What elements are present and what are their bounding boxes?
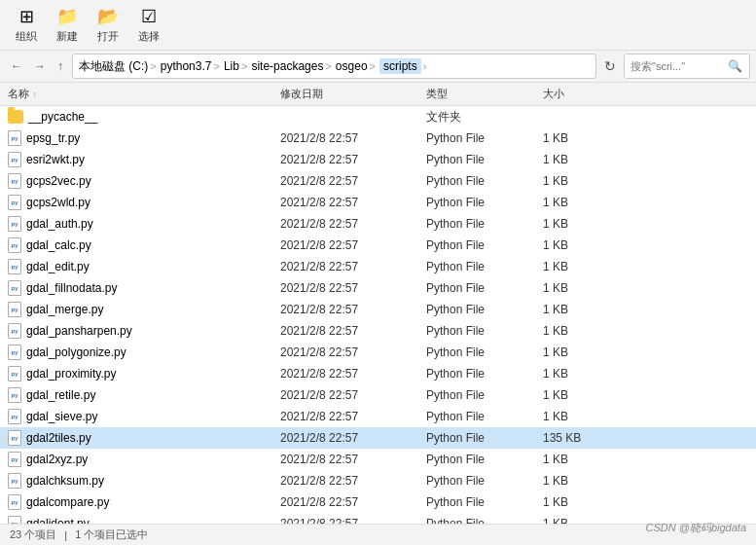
python-file-icon: py	[8, 195, 21, 210]
file-name-text: gcps2wld.py	[26, 196, 90, 209]
file-size-cell: 1 KB	[543, 281, 621, 295]
toolbar-group-组织[interactable]: ⊞组织	[8, 4, 45, 46]
file-list: __pycache__ 文件夹 py epsg_tr.py 2021/2/8 2…	[0, 106, 756, 524]
file-row[interactable]: py gdal_proximity.py 2021/2/8 22:57 Pyth…	[0, 363, 756, 384]
file-date-cell: 2021/2/8 22:57	[280, 303, 426, 316]
python-file-icon: py	[8, 452, 21, 467]
file-size-cell: 1 KB	[543, 153, 621, 166]
file-type-cell: Python File	[426, 495, 543, 509]
toolbar-icon: ⊞	[19, 6, 34, 27]
file-name-text: gdal_pansharpen.py	[26, 324, 132, 338]
file-name-text: gdal_polygonize.py	[26, 345, 126, 359]
file-date-cell: 2021/2/8 22:57	[280, 431, 426, 445]
col-header-date[interactable]: 修改日期	[280, 87, 426, 101]
file-row[interactable]: py gdal_polygonize.py 2021/2/8 22:57 Pyt…	[0, 342, 756, 363]
col-header-name[interactable]: 名称 ↑	[8, 87, 280, 101]
search-box[interactable]: 🔍	[624, 54, 750, 79]
file-row[interactable]: py gdal_pansharpen.py 2021/2/8 22:57 Pyt…	[0, 320, 756, 342]
toolbar-label: 选择	[138, 29, 160, 44]
file-row[interactable]: py epsg_tr.py 2021/2/8 22:57 Python File…	[0, 127, 756, 149]
file-date-cell: 2021/2/8 22:57	[280, 281, 426, 295]
breadcrumb-bar[interactable]: 本地磁盘 (C:)>python3.7>Lib>site-packages>os…	[72, 54, 596, 79]
file-row[interactable]: py gdal2xyz.py 2021/2/8 22:57 Python Fil…	[0, 449, 756, 470]
file-size-cell: 135 KB	[543, 431, 621, 445]
python-file-icon: py	[8, 173, 21, 189]
python-file-icon: py	[8, 473, 21, 489]
file-name-text: epsg_tr.py	[26, 131, 80, 145]
file-row[interactable]: py gdal_fillnodata.py 2021/2/8 22:57 Pyt…	[0, 277, 756, 299]
breadcrumb-item-1[interactable]: >python3.7	[148, 59, 211, 73]
file-size-cell: 1 KB	[543, 474, 621, 488]
toolbar-group-新建[interactable]: 📁新建	[49, 4, 86, 46]
file-date-cell: 2021/2/8 22:57	[280, 474, 426, 488]
file-row[interactable]: __pycache__ 文件夹	[0, 106, 756, 127]
file-row[interactable]: py gdalident.py 2021/2/8 22:57 Python Fi…	[0, 513, 756, 524]
file-name-cell: py gcps2wld.py	[8, 195, 280, 210]
file-row[interactable]: py gdal_calc.py 2021/2/8 22:57 Python Fi…	[0, 235, 756, 256]
file-name-cell: py gdal_fillnodata.py	[8, 280, 280, 296]
toolbar-group-打开[interactable]: 📂打开	[90, 4, 126, 46]
file-name-text: gdal2xyz.py	[26, 453, 88, 466]
breadcrumb-sep: >	[325, 60, 331, 72]
file-type-cell: Python File	[426, 153, 543, 166]
breadcrumb-sep: >	[213, 60, 219, 72]
file-name-cell: py gdal2xyz.py	[8, 452, 280, 467]
up-button[interactable]: ↑	[53, 56, 68, 76]
file-size-cell: 1 KB	[543, 345, 621, 359]
file-row[interactable]: py gdalchksum.py 2021/2/8 22:57 Python F…	[0, 470, 756, 491]
forward-button[interactable]: →	[29, 56, 51, 76]
file-name-text: __pycache__	[28, 110, 97, 124]
file-name-text: gdal_retile.py	[26, 388, 95, 402]
file-name-cell: py gdalcompare.py	[8, 494, 280, 510]
breadcrumb-item-2[interactable]: >Lib	[211, 59, 238, 73]
file-name-cell: py gcps2vec.py	[8, 173, 280, 189]
file-name-cell: py epsg_tr.py	[8, 130, 280, 146]
breadcrumb-sep: >	[241, 60, 247, 72]
file-date-cell: 2021/2/8 22:57	[280, 388, 426, 402]
breadcrumb-item-4[interactable]: >osgeo	[323, 59, 367, 73]
refresh-button[interactable]: ↻	[600, 56, 620, 76]
file-date-cell: 2021/2/8 22:57	[280, 410, 426, 423]
file-name-cell: py esri2wkt.py	[8, 152, 280, 167]
breadcrumb-item-5[interactable]: >scripts	[368, 58, 421, 74]
file-row[interactable]: py gcps2vec.py 2021/2/8 22:57 Python Fil…	[0, 170, 756, 192]
python-file-icon: py	[8, 237, 21, 253]
toolbar-icon: ☑	[141, 6, 157, 27]
file-name-text: gdal_auth.py	[26, 217, 93, 231]
file-row[interactable]: py gdal_merge.py 2021/2/8 22:57 Python F…	[0, 299, 756, 320]
file-row[interactable]: py gdal_auth.py 2021/2/8 22:57 Python Fi…	[0, 213, 756, 235]
breadcrumb-item-0[interactable]: 本地磁盘 (C:)	[79, 58, 148, 75]
toolbar-icon: 📂	[97, 6, 119, 27]
file-row[interactable]: py gdalcompare.py 2021/2/8 22:57 Python …	[0, 491, 756, 513]
file-size-cell: 1 KB	[543, 388, 621, 402]
file-row[interactable]: py gdal2tiles.py 2021/2/8 22:57 Python F…	[0, 427, 756, 449]
file-name-cell: py gdal_retile.py	[8, 387, 280, 403]
file-size-cell: 1 KB	[543, 260, 621, 273]
file-name-cell: py gdal_pansharpen.py	[8, 323, 280, 339]
back-button[interactable]: ←	[6, 56, 27, 76]
col-header-size[interactable]: 大小	[543, 87, 621, 101]
file-row[interactable]: py gcps2wld.py 2021/2/8 22:57 Python Fil…	[0, 192, 756, 213]
status-items: 23 个项目	[10, 527, 56, 542]
python-file-icon: py	[8, 516, 21, 524]
file-type-cell: Python File	[426, 131, 543, 145]
file-type-cell: Python File	[426, 281, 543, 295]
file-name-text: gdal_edit.py	[26, 260, 90, 273]
file-type-cell: Python File	[426, 474, 543, 488]
file-name-cell: py gdal2tiles.py	[8, 430, 280, 446]
col-header-type[interactable]: 类型	[426, 87, 543, 101]
file-date-cell: 2021/2/8 22:57	[280, 217, 426, 231]
toolbar-group-选择[interactable]: ☑选择	[130, 4, 167, 46]
python-file-icon: py	[8, 280, 21, 296]
file-row[interactable]: py gdal_edit.py 2021/2/8 22:57 Python Fi…	[0, 256, 756, 277]
search-input[interactable]	[630, 60, 728, 72]
file-row[interactable]: py esri2wkt.py 2021/2/8 22:57 Python Fil…	[0, 149, 756, 170]
breadcrumb-label: scripts	[379, 58, 421, 74]
breadcrumb-item-3[interactable]: >site-packages	[239, 59, 323, 73]
file-row[interactable]: py gdal_sieve.py 2021/2/8 22:57 Python F…	[0, 406, 756, 427]
file-row[interactable]: py gdal_retile.py 2021/2/8 22:57 Python …	[0, 384, 756, 406]
file-date-cell: 2021/2/8 22:57	[280, 495, 426, 509]
breadcrumb-label: osgeo	[336, 59, 368, 73]
file-date-cell: 2021/2/8 22:57	[280, 367, 426, 381]
file-size-cell: 1 KB	[543, 238, 621, 252]
